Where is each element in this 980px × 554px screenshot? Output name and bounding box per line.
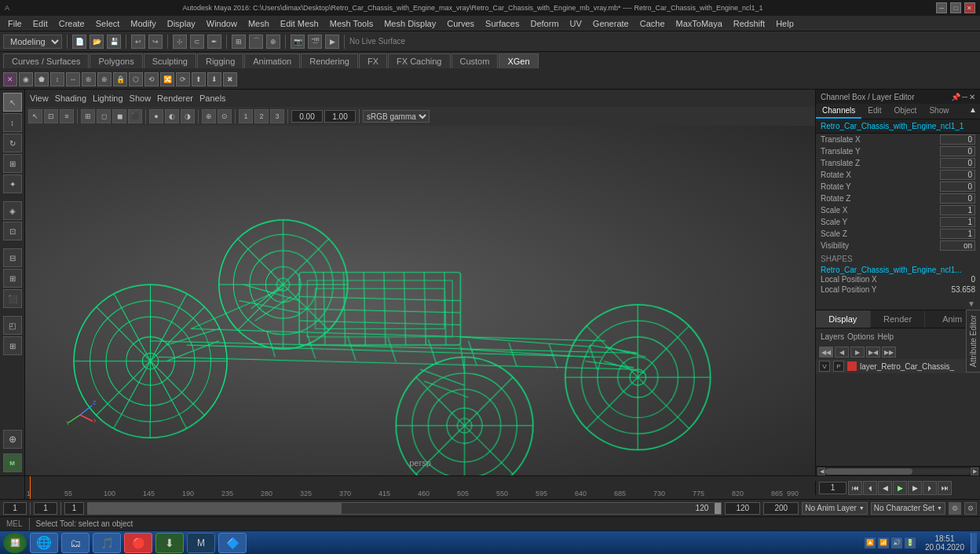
open-icon[interactable]: 📂 <box>90 35 104 49</box>
taskbar-app-red[interactable]: 🔴 <box>124 533 152 553</box>
vt-smooth[interactable]: ◼ <box>112 109 126 123</box>
layer-ctrl-1[interactable]: ◀◀ <box>819 347 833 358</box>
scale-tool[interactable]: ⊞ <box>3 154 22 173</box>
maya-logo[interactable]: M <box>3 453 22 472</box>
menu-help[interactable]: Help <box>771 17 799 30</box>
new-file-icon[interactable]: 📄 <box>72 35 86 49</box>
3d-viewport[interactable]: View Shading Lighting Show Renderer Pane… <box>25 90 815 475</box>
display-mode[interactable]: ⊞ <box>3 269 22 288</box>
tab-curves-surfaces[interactable]: Curves / Surfaces <box>3 53 89 68</box>
panel-pin[interactable]: 📌 <box>951 93 960 101</box>
menu-redshift[interactable]: Redshift <box>729 17 770 30</box>
maximize-button[interactable]: □ <box>950 2 961 13</box>
anim-layer-select[interactable]: No Anim Layer ▼ <box>802 502 868 515</box>
tray-battery[interactable]: 🔋 <box>905 537 916 548</box>
selected-object-name[interactable]: Retro_Car_Chassis_with_Engine_ncl1_1 <box>816 119 980 134</box>
panel-minimize[interactable]: ─ <box>962 93 967 101</box>
show-tab[interactable]: Show <box>923 104 955 119</box>
vt-textured[interactable]: ⬛ <box>128 109 142 123</box>
mode-dropdown[interactable]: Modeling <box>3 35 62 49</box>
menu-window[interactable]: Window <box>202 17 242 30</box>
scale-y-input[interactable] <box>940 217 975 227</box>
shelf-icon-1[interactable]: ✕ <box>3 72 17 86</box>
universal-tool[interactable]: ✦ <box>3 174 22 193</box>
menu-generate[interactable]: Generate <box>588 17 634 30</box>
vt-lighting-off[interactable]: ● <box>149 109 163 123</box>
camera-icon[interactable]: 📷 <box>291 35 305 49</box>
vt-wireframe[interactable]: ◻ <box>97 109 111 123</box>
translate-x-input[interactable] <box>940 134 975 145</box>
shading-menu[interactable]: Shading <box>55 94 86 103</box>
tray-net[interactable]: 📶 <box>878 537 889 548</box>
taskbar-app-media[interactable]: 🎵 <box>93 533 121 553</box>
rotate-x-input[interactable] <box>940 170 975 180</box>
undo-icon[interactable]: ↩ <box>131 35 145 49</box>
frame-step-input[interactable] <box>34 502 57 515</box>
shelf-icon-10[interactable]: ⟲ <box>144 72 159 86</box>
tab-fx[interactable]: FX <box>359 53 387 68</box>
tab-animation[interactable]: Animation <box>244 53 300 68</box>
object-tab[interactable]: Object <box>888 104 923 119</box>
jump-start-btn[interactable]: ⏮ <box>848 481 862 495</box>
scroll-thumb[interactable] <box>825 468 912 475</box>
lighting-menu[interactable]: Lighting <box>93 94 123 103</box>
autokey-btn[interactable]: ⚙ <box>949 502 961 515</box>
render-tab[interactable]: Render <box>871 310 926 328</box>
menu-deform[interactable]: Deform <box>525 17 563 30</box>
shelf-icon-14[interactable]: ⬇ <box>207 72 221 86</box>
render-icon[interactable]: 🎬 <box>308 35 322 49</box>
settings-btn[interactable]: ⚙ <box>964 502 977 515</box>
scroll-right-btn[interactable]: ▶ <box>971 468 978 475</box>
rotate-tool[interactable]: ↻ <box>3 134 22 152</box>
ipr-icon[interactable]: ▶ <box>325 35 339 49</box>
tab-rendering[interactable]: Rendering <box>301 53 358 68</box>
menu-uv[interactable]: UV <box>565 17 587 30</box>
snap-surface[interactable]: ⊟ <box>3 248 22 267</box>
visibility-input[interactable] <box>940 240 975 251</box>
menu-modify[interactable]: Modify <box>126 17 160 30</box>
scroll-track[interactable] <box>825 468 971 475</box>
prev-frame-btn[interactable]: ◀ <box>878 481 892 495</box>
vt-shadows[interactable]: ◑ <box>181 109 195 123</box>
menu-edit-mesh[interactable]: Edit Mesh <box>276 17 324 30</box>
start-button[interactable]: 🪟 <box>3 533 27 553</box>
vt-res-high[interactable]: 3 <box>270 109 284 123</box>
vt-grid[interactable]: ⊞ <box>81 109 95 123</box>
tab-xgen[interactable]: XGen <box>499 53 538 68</box>
vt-move[interactable]: ≡ <box>60 109 74 123</box>
menu-mesh-display[interactable]: Mesh Display <box>379 17 441 30</box>
panel-close[interactable]: ✕ <box>969 93 975 101</box>
vt-camera[interactable]: ⊡ <box>44 109 58 123</box>
layer-ctrl-5[interactable]: ▶▶ <box>882 347 896 358</box>
shelf-icon-9[interactable]: ⬡ <box>129 72 143 86</box>
panel-scroll-up[interactable]: ▲ <box>966 104 980 119</box>
vt-res-low[interactable]: 1 <box>239 109 253 123</box>
shelf-icon-3[interactable]: ⬟ <box>35 72 49 86</box>
scale-z-input[interactable] <box>940 229 975 239</box>
renderer-menu[interactable]: Renderer <box>157 94 193 103</box>
edit-tab[interactable]: Edit <box>861 104 887 119</box>
select-icon[interactable]: ⊹ <box>173 35 187 49</box>
shelf-icon-4[interactable]: ↕ <box>50 72 64 86</box>
layer-p-toggle[interactable]: P <box>833 361 844 372</box>
menu-edit[interactable]: Edit <box>28 17 53 30</box>
scale-x-input[interactable] <box>940 205 975 215</box>
shelf-icon-15[interactable]: ✖ <box>223 72 237 86</box>
menu-curves[interactable]: Curves <box>442 17 479 30</box>
taskbar-app-other[interactable]: 🔷 <box>218 533 247 553</box>
layer-ctrl-4[interactable]: ▶◀ <box>866 347 880 358</box>
step-fwd-btn[interactable]: ⏵ <box>923 481 937 495</box>
menu-file[interactable]: File <box>3 17 27 30</box>
close-button[interactable]: ✕ <box>964 2 975 13</box>
show-menu[interactable]: Show <box>130 94 152 103</box>
channels-tab[interactable]: Channels <box>816 104 861 119</box>
select-tool[interactable]: ↖ <box>3 93 22 112</box>
show-manip-tool[interactable]: ⊡ <box>3 222 22 240</box>
step-back-btn[interactable]: ⏴ <box>863 481 877 495</box>
scroll-arrow-down[interactable]: ▼ <box>816 298 980 310</box>
range-end-input[interactable] <box>763 502 799 515</box>
show-desktop-btn[interactable] <box>971 533 977 553</box>
jump-end-btn[interactable]: ⏭ <box>938 481 952 495</box>
color-profile-select[interactable]: sRGB gamma <box>363 110 430 123</box>
horizontal-scrollbar[interactable]: ◀ ▶ <box>816 466 980 475</box>
